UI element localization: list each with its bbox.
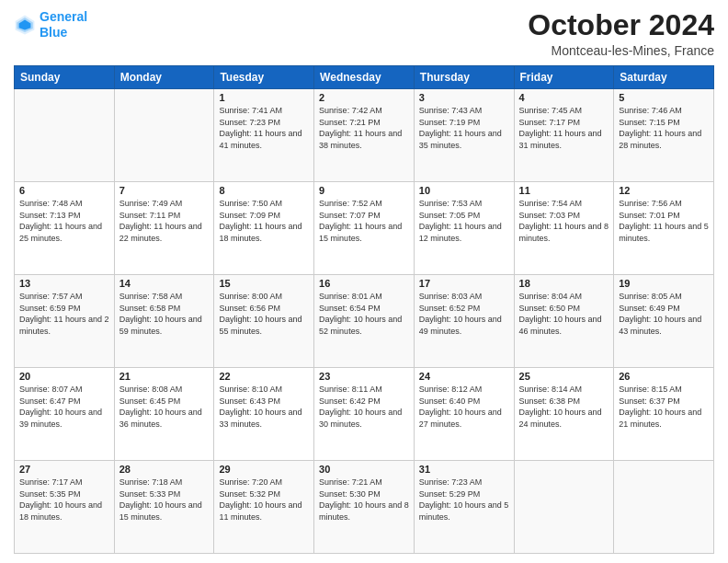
day-number: 3 bbox=[419, 92, 509, 103]
cell-info: Sunrise: 7:46 AMSunset: 7:15 PMDaylight:… bbox=[619, 105, 709, 151]
cell-info: Sunrise: 7:50 AMSunset: 7:09 PMDaylight:… bbox=[219, 198, 309, 244]
day-number: 9 bbox=[319, 185, 409, 196]
calendar-cell: 29Sunrise: 7:20 AMSunset: 5:32 PMDayligh… bbox=[214, 461, 314, 554]
day-number: 6 bbox=[19, 185, 109, 196]
cell-info: Sunrise: 7:20 AMSunset: 5:32 PMDaylight:… bbox=[219, 477, 309, 523]
calendar-cell: 28Sunrise: 7:18 AMSunset: 5:33 PMDayligh… bbox=[114, 461, 214, 554]
day-number: 4 bbox=[519, 92, 609, 103]
cell-info: Sunrise: 8:14 AMSunset: 6:38 PMDaylight:… bbox=[519, 384, 609, 430]
calendar-cell: 1Sunrise: 7:41 AMSunset: 7:23 PMDaylight… bbox=[214, 89, 314, 182]
day-number: 2 bbox=[319, 92, 409, 103]
col-wednesday: Wednesday bbox=[314, 66, 415, 89]
day-number: 24 bbox=[419, 371, 509, 382]
cell-info: Sunrise: 8:04 AMSunset: 6:50 PMDaylight:… bbox=[519, 291, 609, 337]
cell-info: Sunrise: 7:42 AMSunset: 7:21 PMDaylight:… bbox=[319, 105, 409, 151]
cell-info: Sunrise: 7:52 AMSunset: 7:07 PMDaylight:… bbox=[319, 198, 409, 244]
cell-info: Sunrise: 7:58 AMSunset: 6:58 PMDaylight:… bbox=[119, 291, 210, 337]
calendar-cell: 31Sunrise: 7:23 AMSunset: 5:29 PMDayligh… bbox=[414, 461, 514, 554]
day-number: 1 bbox=[219, 92, 309, 103]
calendar-cell: 14Sunrise: 7:58 AMSunset: 6:58 PMDayligh… bbox=[114, 275, 214, 368]
calendar-cell bbox=[514, 461, 614, 554]
calendar-cell: 3Sunrise: 7:43 AMSunset: 7:19 PMDaylight… bbox=[414, 89, 514, 182]
calendar-cell: 13Sunrise: 7:57 AMSunset: 6:59 PMDayligh… bbox=[15, 275, 115, 368]
day-number: 8 bbox=[219, 185, 309, 196]
calendar-week-3: 13Sunrise: 7:57 AMSunset: 6:59 PMDayligh… bbox=[15, 275, 714, 368]
cell-info: Sunrise: 7:41 AMSunset: 7:23 PMDaylight:… bbox=[219, 105, 309, 151]
calendar-cell: 21Sunrise: 8:08 AMSunset: 6:45 PMDayligh… bbox=[114, 368, 214, 461]
cell-info: Sunrise: 8:12 AMSunset: 6:40 PMDaylight:… bbox=[419, 384, 509, 430]
calendar-cell bbox=[114, 89, 214, 182]
cell-info: Sunrise: 8:07 AMSunset: 6:47 PMDaylight:… bbox=[19, 384, 109, 430]
day-number: 20 bbox=[19, 371, 109, 382]
day-number: 31 bbox=[419, 464, 509, 475]
calendar-week-1: 1Sunrise: 7:41 AMSunset: 7:23 PMDaylight… bbox=[15, 89, 714, 182]
day-number: 18 bbox=[519, 278, 609, 289]
calendar-cell: 2Sunrise: 7:42 AMSunset: 7:21 PMDaylight… bbox=[314, 89, 415, 182]
day-number: 11 bbox=[519, 185, 609, 196]
calendar-cell bbox=[614, 461, 714, 554]
day-number: 29 bbox=[219, 464, 309, 475]
calendar-cell: 11Sunrise: 7:54 AMSunset: 7:03 PMDayligh… bbox=[514, 182, 614, 275]
cell-info: Sunrise: 7:57 AMSunset: 6:59 PMDaylight:… bbox=[19, 291, 109, 337]
cell-info: Sunrise: 8:15 AMSunset: 6:37 PMDaylight:… bbox=[619, 384, 709, 430]
calendar-cell: 30Sunrise: 7:21 AMSunset: 5:30 PMDayligh… bbox=[314, 461, 415, 554]
calendar-cell: 24Sunrise: 8:12 AMSunset: 6:40 PMDayligh… bbox=[414, 368, 514, 461]
day-number: 25 bbox=[519, 371, 609, 382]
calendar-cell: 6Sunrise: 7:48 AMSunset: 7:13 PMDaylight… bbox=[15, 182, 115, 275]
day-number: 14 bbox=[119, 278, 210, 289]
day-number: 27 bbox=[19, 464, 109, 475]
calendar-cell: 4Sunrise: 7:45 AMSunset: 7:17 PMDaylight… bbox=[514, 89, 614, 182]
col-friday: Friday bbox=[514, 66, 614, 89]
cell-info: Sunrise: 7:53 AMSunset: 7:05 PMDaylight:… bbox=[419, 198, 509, 244]
calendar-cell: 8Sunrise: 7:50 AMSunset: 7:09 PMDaylight… bbox=[214, 182, 314, 275]
cell-info: Sunrise: 7:54 AMSunset: 7:03 PMDaylight:… bbox=[519, 198, 609, 244]
day-number: 10 bbox=[419, 185, 509, 196]
day-number: 13 bbox=[19, 278, 109, 289]
day-number: 30 bbox=[319, 464, 409, 475]
cell-info: Sunrise: 8:00 AMSunset: 6:56 PMDaylight:… bbox=[219, 291, 309, 337]
cell-info: Sunrise: 7:23 AMSunset: 5:29 PMDaylight:… bbox=[419, 477, 509, 523]
cell-info: Sunrise: 7:17 AMSunset: 5:35 PMDaylight:… bbox=[19, 477, 109, 523]
cell-info: Sunrise: 7:48 AMSunset: 7:13 PMDaylight:… bbox=[19, 198, 109, 244]
day-number: 23 bbox=[319, 371, 409, 382]
calendar-cell: 20Sunrise: 8:07 AMSunset: 6:47 PMDayligh… bbox=[15, 368, 115, 461]
calendar-cell: 5Sunrise: 7:46 AMSunset: 7:15 PMDaylight… bbox=[614, 89, 714, 182]
cell-info: Sunrise: 7:56 AMSunset: 7:01 PMDaylight:… bbox=[619, 198, 709, 244]
cell-info: Sunrise: 8:03 AMSunset: 6:52 PMDaylight:… bbox=[419, 291, 509, 337]
day-number: 17 bbox=[419, 278, 509, 289]
day-number: 26 bbox=[619, 371, 709, 382]
calendar-week-2: 6Sunrise: 7:48 AMSunset: 7:13 PMDaylight… bbox=[15, 182, 714, 275]
calendar-cell: 26Sunrise: 8:15 AMSunset: 6:37 PMDayligh… bbox=[614, 368, 714, 461]
calendar: Sunday Monday Tuesday Wednesday Thursday… bbox=[14, 65, 714, 554]
calendar-cell: 19Sunrise: 8:05 AMSunset: 6:49 PMDayligh… bbox=[614, 275, 714, 368]
location: Montceau-les-Mines, France bbox=[528, 43, 714, 58]
calendar-cell: 9Sunrise: 7:52 AMSunset: 7:07 PMDaylight… bbox=[314, 182, 415, 275]
calendar-cell: 10Sunrise: 7:53 AMSunset: 7:05 PMDayligh… bbox=[414, 182, 514, 275]
calendar-week-4: 20Sunrise: 8:07 AMSunset: 6:47 PMDayligh… bbox=[15, 368, 714, 461]
month-title: October 2024 bbox=[528, 9, 714, 41]
col-saturday: Saturday bbox=[614, 66, 714, 89]
calendar-cell: 22Sunrise: 8:10 AMSunset: 6:43 PMDayligh… bbox=[214, 368, 314, 461]
day-number: 16 bbox=[319, 278, 409, 289]
cell-info: Sunrise: 8:08 AMSunset: 6:45 PMDaylight:… bbox=[119, 384, 210, 430]
calendar-cell: 16Sunrise: 8:01 AMSunset: 6:54 PMDayligh… bbox=[314, 275, 415, 368]
header: General Blue October 2024 Montceau-les-M… bbox=[14, 9, 714, 58]
cell-info: Sunrise: 8:01 AMSunset: 6:54 PMDaylight:… bbox=[319, 291, 409, 337]
calendar-cell: 15Sunrise: 8:00 AMSunset: 6:56 PMDayligh… bbox=[214, 275, 314, 368]
day-number: 15 bbox=[219, 278, 309, 289]
calendar-cell bbox=[15, 89, 115, 182]
logo-icon bbox=[14, 14, 36, 36]
calendar-cell: 27Sunrise: 7:17 AMSunset: 5:35 PMDayligh… bbox=[15, 461, 115, 554]
calendar-cell: 23Sunrise: 8:11 AMSunset: 6:42 PMDayligh… bbox=[314, 368, 415, 461]
day-number: 5 bbox=[619, 92, 709, 103]
calendar-header-row: Sunday Monday Tuesday Wednesday Thursday… bbox=[15, 66, 714, 89]
cell-info: Sunrise: 7:21 AMSunset: 5:30 PMDaylight:… bbox=[319, 477, 409, 523]
logo: General Blue bbox=[14, 9, 87, 40]
day-number: 7 bbox=[119, 185, 210, 196]
day-number: 21 bbox=[119, 371, 210, 382]
day-number: 19 bbox=[619, 278, 709, 289]
cell-info: Sunrise: 7:45 AMSunset: 7:17 PMDaylight:… bbox=[519, 105, 609, 151]
title-area: October 2024 Montceau-les-Mines, France bbox=[528, 9, 714, 58]
calendar-cell: 18Sunrise: 8:04 AMSunset: 6:50 PMDayligh… bbox=[514, 275, 614, 368]
calendar-cell: 17Sunrise: 8:03 AMSunset: 6:52 PMDayligh… bbox=[414, 275, 514, 368]
